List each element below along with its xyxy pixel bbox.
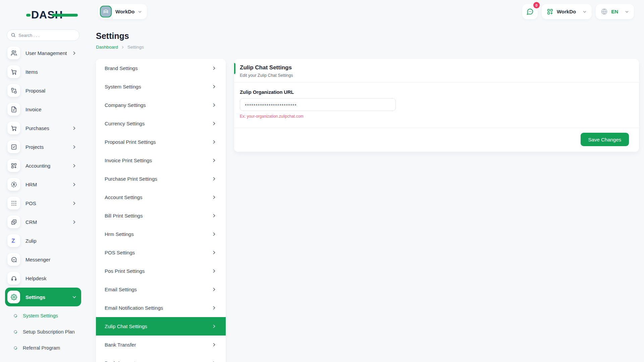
chevron-right-icon bbox=[72, 126, 76, 130]
save-changes-button[interactable]: Save Changes bbox=[581, 133, 629, 146]
main-area: WorkDo 0 WorkDo EN bbox=[86, 0, 644, 362]
settings-nav-label: Bill Print Settings bbox=[105, 213, 143, 219]
sidebar-item-proposal[interactable]: Proposal bbox=[5, 81, 81, 100]
chevron-right-icon bbox=[212, 343, 216, 347]
sidebar-items: User Management Items Proposal bbox=[0, 44, 86, 306]
workspace-switcher-button[interactable]: WorkDo bbox=[98, 4, 147, 19]
bullet-icon bbox=[13, 346, 18, 350]
chevron-right-icon bbox=[72, 164, 76, 168]
sidebar-item-user-management[interactable]: User Management bbox=[5, 44, 81, 62]
sidebar-subitem-label: System Settings bbox=[23, 313, 58, 318]
sidebar-item-label: User Management bbox=[25, 50, 67, 56]
zulip-url-hint: Ex: your-organization.zulipchat.com bbox=[240, 114, 632, 119]
building-icon bbox=[103, 8, 109, 15]
sidebar-item-label: Invoice bbox=[25, 107, 42, 112]
search-input[interactable] bbox=[7, 29, 79, 41]
settings-nav-item-email-notification-settings[interactable]: Email Notification Settings bbox=[96, 299, 226, 317]
sidebar-item-invoice[interactable]: Invoice bbox=[5, 100, 81, 119]
sidebar-item-hrm[interactable]: HRM bbox=[5, 175, 81, 194]
page-header: Settings Dashboard Settings bbox=[86, 19, 644, 50]
settings-nav-label: Zulip Chat Settings bbox=[105, 323, 147, 329]
sidebar-subitem-label: Referral Program bbox=[23, 345, 60, 351]
sidebar-item-label: Zulip bbox=[25, 238, 37, 244]
settings-nav-label: Email Settings bbox=[105, 287, 137, 292]
sidebar-search bbox=[7, 29, 79, 41]
sidebar-subitem-system-settings[interactable]: System Settings bbox=[0, 308, 86, 324]
proposal-icon bbox=[11, 87, 17, 94]
settings-nav-item-bill-print-settings[interactable]: Bill Print Settings bbox=[96, 206, 226, 225]
items-cart-icon bbox=[11, 69, 17, 75]
panel-subtitle: Edit your Zulip Chat Settings bbox=[240, 73, 632, 78]
sidebar-item-label: Projects bbox=[25, 144, 44, 150]
settings-nav-item-invoice-print-settings[interactable]: Invoice Print Settings bbox=[96, 151, 226, 170]
settings-nav-item-zulip-chat-settings[interactable]: Zulip Chat Settings bbox=[96, 317, 226, 336]
chevron-right-icon bbox=[72, 182, 76, 187]
sidebar-subitem-referral-program[interactable]: Referral Program bbox=[0, 340, 86, 356]
chevron-right-icon bbox=[212, 158, 216, 163]
settings-nav-item-purchase-print-settings[interactable]: Purchase Print Settings bbox=[96, 170, 226, 188]
zulip-icon bbox=[11, 238, 17, 244]
sidebar-item-label: Helpdesk bbox=[25, 276, 47, 281]
language-selector-button[interactable]: EN bbox=[596, 4, 634, 19]
settings-nav-item-currency-settings[interactable]: Currency Settings bbox=[96, 114, 226, 133]
settings-nav-item-proposal-print-settings[interactable]: Proposal Print Settings bbox=[96, 133, 226, 151]
topbar: WorkDo 0 WorkDo EN bbox=[86, 0, 644, 19]
settings-nav-item-bank-transfer[interactable]: Bank Transfer bbox=[96, 336, 226, 354]
topbar-actions: 0 WorkDo EN bbox=[522, 4, 634, 19]
settings-nav-item-pos-settings[interactable]: POS Settings bbox=[96, 243, 226, 262]
chevron-right-icon bbox=[72, 51, 76, 55]
sidebar-item-label: Purchases bbox=[25, 125, 49, 131]
settings-nav-item-hrm-settings[interactable]: Hrm Settings bbox=[96, 225, 226, 243]
chevron-right-icon bbox=[212, 195, 216, 199]
sidebar-item-settings[interactable]: Settings bbox=[5, 288, 81, 306]
chevron-right-icon bbox=[212, 250, 216, 255]
panel-title: Zulip Chat Settings bbox=[240, 64, 632, 71]
sidebar-item-projects[interactable]: Projects bbox=[5, 137, 81, 156]
zulip-url-input[interactable] bbox=[240, 98, 396, 111]
settings-nav-label: Proposal Print Settings bbox=[105, 139, 156, 145]
settings-nav-item-system-settings[interactable]: System Settings bbox=[96, 77, 226, 96]
sidebar-item-crm[interactable]: CRM bbox=[5, 213, 81, 231]
messages-button[interactable]: 0 bbox=[522, 4, 538, 19]
sidebar-item-label: Settings bbox=[25, 294, 45, 300]
breadcrumb-current: Settings bbox=[127, 45, 144, 50]
sidebar-item-helpdesk[interactable]: Helpdesk bbox=[5, 269, 81, 288]
settings-nav-item-account-settings[interactable]: Account Settings bbox=[96, 188, 226, 206]
settings-nav-item-brand-settings[interactable]: Brand Settings bbox=[96, 59, 226, 77]
sidebar-item-label: POS bbox=[25, 200, 36, 206]
sidebar-item-zulip[interactable]: Zulip bbox=[5, 231, 81, 250]
sidebar-item-label: HRM bbox=[25, 182, 37, 187]
chat-dots-icon bbox=[526, 8, 534, 15]
sidebar-item-accounting[interactable]: Accounting bbox=[5, 156, 81, 175]
bullet-icon bbox=[13, 329, 18, 334]
chevron-right-icon bbox=[212, 84, 216, 89]
chevron-right-icon bbox=[72, 295, 76, 299]
account-menu-button[interactable]: WorkDo bbox=[542, 4, 592, 19]
sidebar-subitem-setup-subscription-plan[interactable]: Setup Subscription Plan bbox=[0, 324, 86, 340]
sidebar-menu: User Management Items Proposal bbox=[0, 44, 86, 362]
sidebar-item-purchases[interactable]: Purchases bbox=[5, 119, 81, 137]
chevron-right-icon bbox=[212, 66, 216, 70]
chevron-right-icon bbox=[72, 145, 76, 149]
bullet-icon bbox=[13, 313, 18, 318]
settings-nav-item-pos-print-settings[interactable]: Pos Print Settings bbox=[96, 262, 226, 280]
search-icon bbox=[11, 33, 16, 38]
chevron-right-icon bbox=[121, 46, 124, 49]
breadcrumb-dashboard-link[interactable]: Dashboard bbox=[96, 45, 118, 50]
grid-plus-icon bbox=[547, 8, 553, 15]
globe-icon bbox=[601, 8, 608, 15]
messenger-icon bbox=[11, 256, 17, 263]
settings-nav-item-email-settings[interactable]: Email Settings bbox=[96, 280, 226, 299]
sidebar: DASH User Management bbox=[0, 0, 86, 362]
chevron-right-icon bbox=[72, 201, 76, 205]
settings-nav-label: Account Settings bbox=[105, 194, 143, 200]
sidebar-item-messenger[interactable]: Messenger bbox=[5, 250, 81, 269]
sidebar-subitem-order[interactable]: Order bbox=[0, 356, 86, 362]
chevron-right-icon bbox=[212, 214, 216, 218]
sidebar-item-pos[interactable]: POS bbox=[5, 194, 81, 213]
chevron-down-icon bbox=[625, 10, 629, 14]
sidebar-item-items[interactable]: Items bbox=[5, 62, 81, 81]
settings-nav-item-bank-accounts[interactable]: Bank Accounts bbox=[96, 354, 226, 362]
settings-nav-label: Email Notification Settings bbox=[105, 305, 163, 311]
settings-nav-item-company-settings[interactable]: Company Settings bbox=[96, 96, 226, 114]
